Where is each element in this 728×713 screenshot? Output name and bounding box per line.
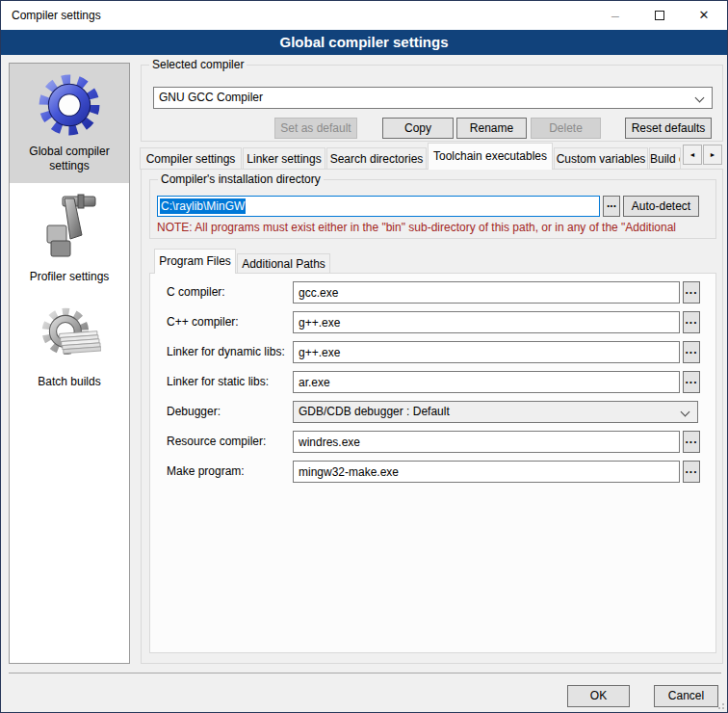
arrow-left-icon: ◄ — [689, 151, 696, 158]
close-icon: ✕ — [699, 8, 710, 22]
subtab-program-files[interactable]: Program Files — [154, 249, 236, 274]
installation-directory-group: Compiler's installation directory C:\ray… — [149, 179, 716, 239]
note-text: NOTE: All programs must exist either in … — [157, 221, 711, 234]
close-button[interactable]: ✕ — [682, 1, 726, 30]
compiler-settings-dialog: Compiler settings – ✕ Global compiler se… — [0, 0, 728, 713]
resize-grip[interactable] — [715, 700, 724, 709]
static-linker-label: Linker for static libs: — [167, 375, 269, 389]
sidebar-item-batch-builds[interactable]: Batch builds — [10, 294, 129, 399]
selected-compiler-group: Selected compiler GNU GCC Compiler Set a… — [141, 65, 723, 142]
ok-button[interactable]: OK — [567, 685, 630, 707]
cancel-button[interactable]: Cancel — [654, 685, 718, 707]
sidebar-item-label: Profiler settings — [30, 270, 110, 284]
c-compiler-browse-button[interactable]: ... — [683, 281, 700, 304]
debugger-label: Debugger: — [167, 405, 221, 419]
tab-linker-settings[interactable]: Linker settings — [243, 147, 325, 170]
compiler-select[interactable]: GNU GCC Compiler — [153, 87, 713, 109]
settings-category-list: Global compiler settings Profiler — [9, 63, 130, 664]
chevron-down-icon — [695, 93, 705, 103]
rename-button[interactable]: Rename — [456, 118, 527, 139]
dynamic-linker-input[interactable] — [293, 341, 680, 363]
sidebar-item-label: Global compiler settings — [12, 145, 127, 173]
chevron-down-icon — [681, 408, 690, 417]
make-program-input[interactable] — [293, 461, 680, 483]
blue-gear-icon — [38, 73, 101, 140]
gray-gear-stack-icon — [38, 304, 101, 370]
browse-directory-button[interactable]: ... — [603, 196, 620, 217]
resource-compiler-label: Resource compiler: — [167, 435, 266, 449]
group-label: Selected compiler — [149, 58, 247, 72]
resource-compiler-input[interactable] — [293, 431, 680, 453]
selected-path-text: C:\raylib\MinGW — [160, 198, 246, 214]
dynamic-linker-label: Linker for dynamic libs: — [167, 345, 285, 359]
settings-tab-bar: Compiler settings Linker settings Search… — [140, 143, 682, 170]
tab-toolchain-executables[interactable]: Toolchain executables — [428, 143, 553, 170]
static-linker-input[interactable] — [293, 371, 680, 393]
group-label: Compiler's installation directory — [158, 172, 324, 187]
dynamic-linker-browse-button[interactable]: ... — [683, 341, 700, 363]
minimize-icon: – — [611, 8, 619, 23]
cpp-compiler-browse-button[interactable]: ... — [683, 311, 700, 333]
tab-build-options[interactable]: Build options — [649, 147, 681, 170]
debugger-select[interactable]: GDB/CDB debugger : Default — [293, 401, 698, 423]
compiler-select-value: GNU GCC Compiler — [159, 91, 263, 104]
set-as-default-button[interactable]: Set as default — [274, 118, 357, 139]
footer-divider — [9, 673, 721, 673]
resource-compiler-browse-button[interactable]: ... — [683, 431, 700, 453]
sidebar-item-label: Batch builds — [38, 375, 100, 389]
toolchain-executables-panel: Compiler's installation directory C:\ray… — [141, 169, 723, 664]
cpp-compiler-label: C++ compiler: — [167, 315, 239, 330]
maximize-button[interactable] — [637, 1, 682, 30]
maximize-icon — [655, 11, 664, 20]
title-bar[interactable]: Compiler settings – ✕ — [1, 1, 727, 30]
caliper-icon — [36, 193, 103, 265]
debugger-select-value: GDB/CDB debugger : Default — [299, 405, 450, 418]
page-title: Global compiler settings — [1, 30, 727, 55]
arrow-right-icon: ► — [710, 151, 716, 158]
make-program-label: Make program: — [167, 464, 245, 479]
tab-scroll-right-button[interactable]: ► — [703, 145, 722, 165]
tab-custom-variables[interactable]: Custom variables — [554, 147, 648, 170]
window-title: Compiler settings — [12, 1, 101, 30]
delete-button[interactable]: Delete — [531, 118, 601, 139]
minimize-button[interactable]: – — [593, 1, 637, 30]
reset-defaults-button[interactable]: Reset defaults — [625, 118, 712, 139]
auto-detect-button[interactable]: Auto-detect — [623, 196, 699, 217]
sidebar-item-profiler-settings[interactable]: Profiler settings — [10, 183, 129, 294]
tab-search-directories[interactable]: Search directories — [326, 147, 427, 170]
cpp-compiler-input[interactable] — [293, 311, 680, 333]
c-compiler-input[interactable] — [293, 281, 680, 304]
subtab-additional-paths[interactable]: Additional Paths — [237, 253, 330, 274]
program-files-tab-bar: Program Files Additional Paths — [154, 249, 331, 274]
installation-directory-input[interactable]: C:\raylib\MinGW — [157, 196, 600, 217]
copy-button[interactable]: Copy — [382, 118, 454, 139]
c-compiler-label: C compiler: — [167, 285, 225, 300]
make-program-browse-button[interactable]: ... — [683, 461, 700, 483]
static-linker-browse-button[interactable]: ... — [683, 371, 700, 393]
sidebar-item-global-compiler-settings[interactable]: Global compiler settings — [10, 64, 129, 183]
tab-compiler-settings[interactable]: Compiler settings — [140, 147, 242, 170]
tab-scroll-left-button[interactable]: ◄ — [683, 145, 702, 165]
program-files-panel: C compiler: ... C++ compiler: ... Linker… — [149, 273, 716, 653]
